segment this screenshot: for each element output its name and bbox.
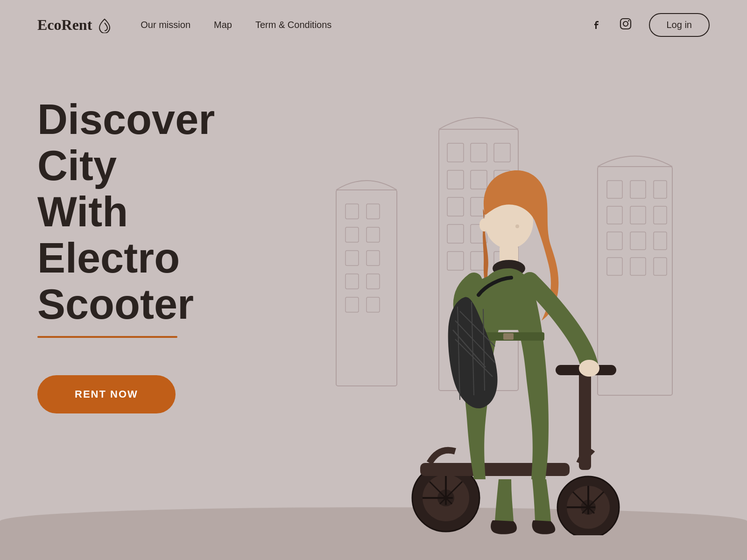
- illustration: [299, 59, 719, 549]
- nav-map[interactable]: Map: [214, 20, 232, 30]
- svg-rect-42: [654, 258, 667, 275]
- svg-rect-6: [345, 227, 359, 242]
- instagram-icon[interactable]: [619, 17, 632, 33]
- rent-now-button[interactable]: RENT NOW: [37, 375, 176, 413]
- svg-point-1: [623, 21, 628, 26]
- svg-rect-36: [654, 206, 667, 224]
- svg-rect-4: [345, 204, 359, 219]
- login-button[interactable]: Log in: [649, 13, 710, 37]
- nav-links: Our mission Map Term & Conditions: [141, 20, 590, 30]
- svg-rect-64: [503, 333, 514, 340]
- svg-rect-57: [420, 463, 570, 476]
- svg-rect-33: [654, 181, 667, 198]
- nav-terms[interactable]: Term & Conditions: [255, 20, 331, 30]
- logo-text: EcoRent: [37, 16, 92, 34]
- svg-rect-8: [345, 251, 359, 266]
- logo-icon: [97, 17, 113, 33]
- svg-point-2: [628, 20, 629, 21]
- person-scooter-svg: [374, 153, 644, 535]
- hero-section: Discover City With Electro Scooter RENT …: [0, 50, 747, 560]
- svg-rect-39: [654, 232, 667, 250]
- nav-right: Log in: [590, 13, 710, 37]
- svg-point-74: [479, 218, 489, 231]
- facebook-icon[interactable]: [590, 18, 602, 33]
- svg-rect-10: [345, 274, 359, 289]
- hero-text: Discover City With Electro Scooter RENT …: [37, 97, 280, 413]
- nav-our-mission[interactable]: Our mission: [141, 20, 190, 30]
- headline-underline: [37, 336, 177, 338]
- svg-rect-12: [345, 297, 359, 312]
- svg-point-65: [579, 360, 599, 377]
- hero-headline: Discover City With Electro Scooter: [37, 97, 280, 328]
- navbar: EcoRent Our mission Map Term & Condition…: [0, 0, 747, 50]
- svg-point-73: [515, 224, 519, 228]
- svg-rect-0: [620, 19, 631, 29]
- logo-area[interactable]: EcoRent: [37, 16, 113, 34]
